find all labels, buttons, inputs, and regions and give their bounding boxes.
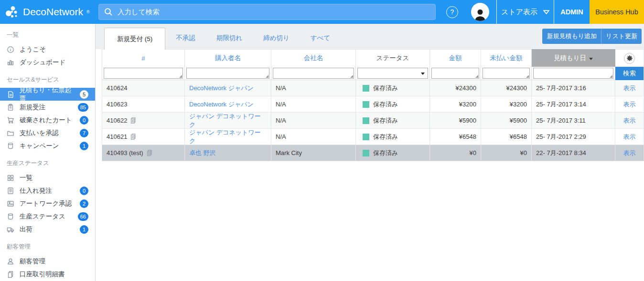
sidebar-item[interactable]: 顧客管理 (0, 255, 95, 268)
status-cell: 保存済み (356, 129, 430, 145)
gear-icon[interactable] (624, 53, 635, 64)
filter-cell (481, 67, 532, 80)
sidebar-section: 顧客管理顧客管理口座取引明細書支払い記録1 (0, 236, 95, 281)
column-header[interactable]: 会社名 (271, 49, 356, 67)
view-link[interactable]: 表示 (623, 84, 636, 93)
sidebar-item[interactable]: 一覧 (0, 171, 95, 184)
sidebar-item[interactable]: 出荷1 (0, 223, 95, 236)
buyer-link[interactable]: 卓也 野沢 (189, 149, 216, 157)
company-cell: Mark City (271, 145, 356, 161)
table-row[interactable]: 410621ジャパン デコネットワークN/A保存済み¥6548¥654825- … (102, 129, 644, 145)
tab[interactable]: 新規受付 (5) (104, 28, 165, 50)
resize-grip-icon[interactable] (266, 75, 268, 78)
resize-grip-icon[interactable] (179, 75, 182, 78)
company-cell: N/A (271, 113, 356, 129)
filter-cell (271, 67, 356, 80)
bucket-icon (7, 142, 15, 150)
resize-grip-icon[interactable] (475, 75, 478, 78)
company-cell: N/A (271, 80, 356, 96)
admin-menu[interactable]: ADMIN (554, 0, 590, 24)
sidebar-section: セールス&サービス見積もり・伝票起票5新規受注85破棄されたカート0支払いを承認… (0, 69, 95, 152)
sidebar-item[interactable]: 破棄されたカート0 (0, 114, 95, 126)
search-button[interactable]: 検索 (615, 67, 644, 80)
add-quote-button[interactable]: 新規見積もり追加 (542, 29, 601, 44)
view-cell: 表示 (615, 80, 644, 96)
filter-input[interactable] (533, 68, 613, 79)
table-row[interactable]: 410622ジャパン デコネットワークN/A保存済み¥5900¥590025- … (102, 113, 644, 129)
quote-date-cell: 25- 7月-2017 3:16 (532, 80, 615, 96)
table-row[interactable]: 410624DecoNetwork ジャパンN/A保存済み¥24300¥2430… (102, 80, 644, 96)
business-hub-button[interactable]: Business Hub (590, 0, 644, 24)
tab[interactable]: 期限切れ (206, 27, 253, 49)
filter-input[interactable] (431, 68, 479, 79)
column-header[interactable]: ステータス (356, 49, 430, 67)
store-view-label: ストア表示 (501, 8, 537, 17)
company-cell: N/A (271, 129, 356, 145)
filter-input[interactable] (104, 68, 183, 79)
admin-label: ADMIN (560, 8, 583, 16)
sidebar-item-label: 生産ステータス (20, 212, 65, 221)
buyer-link[interactable]: DecoNetwork ジャパン (189, 100, 254, 109)
sidebar-item-label: アートワーク承認 (20, 199, 72, 208)
sidebar-item[interactable]: 口座取引明細書 (0, 268, 95, 281)
sidebar-section: 生産ステータス一覧仕入れ発注0アートワーク承認2生産ステータス66出荷1 (0, 152, 95, 236)
sidebar-item[interactable]: 見積もり・伝票起票5 (0, 88, 95, 101)
view-link[interactable]: 表示 (623, 133, 636, 141)
store-view-menu[interactable]: ストア表示 (496, 0, 554, 24)
status-label: 保存済み (373, 133, 398, 141)
sidebar-item[interactable]: キャンペーン1 (0, 139, 95, 152)
help-icon[interactable]: ? (446, 6, 458, 18)
column-header-label: 未払い金額 (490, 54, 523, 62)
brand-logo[interactable]: DecoNetwork ® (0, 5, 96, 20)
sidebar-item[interactable]: ようこそ (0, 43, 95, 56)
avatar[interactable] (471, 3, 489, 21)
global-search[interactable] (98, 4, 436, 20)
table-row[interactable]: 410623DecoNetwork ジャパンN/A保存済み¥3200¥32002… (102, 96, 644, 113)
resize-grip-icon[interactable] (350, 75, 353, 78)
filter-input[interactable] (483, 68, 530, 79)
sidebar-item[interactable]: 仕入れ発注0 (0, 184, 95, 197)
sidebar-item[interactable]: ダッシュボード (0, 56, 95, 69)
sidebar-item[interactable]: 支払いを承認7 (0, 126, 95, 139)
quote-id-cell: 410622 (102, 113, 185, 129)
copy-icon[interactable] (130, 117, 137, 124)
buyer-link[interactable]: ジャパン デコネットワーク (189, 128, 267, 146)
status-cell: 保存済み (356, 145, 430, 161)
resize-grip-icon[interactable] (610, 75, 612, 78)
main-content: 新規受付 (5)不承認期限切れ締め切りすべて 新規見積もり追加 リスト更新 #購… (96, 24, 644, 281)
refresh-list-button[interactable]: リスト更新 (601, 29, 642, 44)
sidebar-item[interactable]: 生産ステータス66 (0, 210, 95, 223)
tab[interactable]: 不承認 (165, 27, 206, 49)
status-color-icon (363, 85, 369, 92)
resize-grip-icon[interactable] (526, 75, 529, 78)
column-header[interactable]: 購入者名 (185, 49, 271, 67)
quote-date-cell: 25- 7月-2017 2:29 (532, 129, 615, 145)
table-row[interactable]: 410493 (test)卓也 野沢Mark City保存済み¥0¥022- 7… (102, 145, 644, 161)
view-cell: 表示 (615, 113, 644, 129)
search-input[interactable] (118, 8, 430, 16)
sidebar-item[interactable]: アートワーク承認2 (0, 197, 95, 210)
status-filter-select[interactable] (357, 68, 428, 79)
filter-input[interactable] (186, 68, 269, 79)
sidebar-section-title: 一覧 (0, 24, 95, 43)
view-link[interactable]: 表示 (623, 116, 636, 125)
unpaid-amount-cell: ¥24300 (481, 80, 532, 96)
filter-input[interactable] (273, 68, 354, 79)
column-header[interactable]: # (102, 49, 185, 67)
column-header[interactable]: 見積もり日 (532, 49, 615, 67)
copy-icon[interactable] (130, 133, 137, 140)
quote-date-cell: 25- 7月-2017 3:11 (532, 113, 615, 129)
view-link[interactable]: 表示 (623, 100, 636, 109)
quote-date-cell: 25- 7月-2017 3:14 (532, 96, 615, 113)
tab[interactable]: すべて (300, 27, 341, 49)
view-link[interactable]: 表示 (623, 149, 636, 157)
search-cell: 検索 (615, 67, 644, 80)
status-cell: 保存済み (356, 96, 430, 113)
column-header[interactable]: 金額 (430, 49, 481, 67)
tab[interactable]: 締め切り (253, 27, 300, 49)
buyer-link[interactable]: ジャパン デコネットワーク (189, 112, 267, 129)
column-header[interactable]: 未払い金額 (481, 49, 532, 67)
buyer-link[interactable]: DecoNetwork ジャパン (189, 84, 254, 93)
quote-id-cell: 410493 (test) (102, 145, 185, 161)
copy-icon[interactable] (146, 149, 153, 156)
